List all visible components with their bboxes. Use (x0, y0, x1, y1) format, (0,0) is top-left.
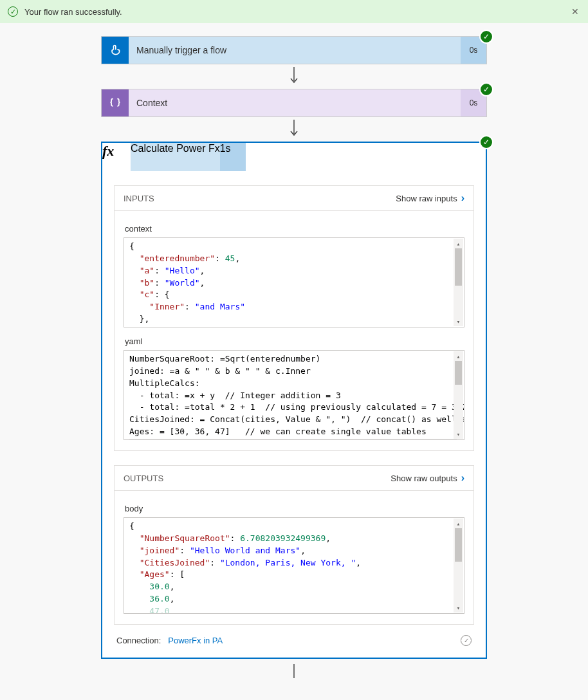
node-trigger[interactable]: Manually trigger a flow 0s (101, 36, 487, 64)
outputs-section: OUTPUTS Show raw outputs › body { "Numbe… (114, 465, 474, 625)
connection-link[interactable]: PowerFx in PA (168, 636, 223, 645)
body-label: body (125, 504, 463, 513)
success-badge-icon: ✓ (479, 82, 493, 97)
scroll-down-icon[interactable]: ▾ (454, 429, 463, 439)
inputs-heading: INPUTS (124, 194, 154, 203)
flow-canvas: Manually trigger a flow 0s ✓ Context 0s … (0, 23, 588, 696)
scroll-up-icon[interactable]: ▴ (454, 519, 463, 528)
body-code-box[interactable]: { "NumberSquareRoot": 6.708203932499369,… (124, 517, 464, 614)
connector-arrow (288, 117, 300, 142)
context-code-box[interactable]: { "enterednumber": 45, "a": "Hello", "b"… (124, 237, 464, 327)
success-badge-icon: ✓ (479, 30, 493, 44)
scroll-up-icon[interactable]: ▴ (454, 351, 463, 361)
node-context-title: Context (129, 89, 461, 116)
context-json: { "enterednumber": 45, "a": "Hello", "b"… (124, 238, 464, 327)
connector-arrow (288, 64, 300, 89)
show-raw-outputs-link[interactable]: Show raw outputs › (390, 472, 464, 484)
connection-row: Connection: PowerFx in PA ✓ (116, 635, 472, 646)
check-circle-icon: ✓ (461, 635, 472, 646)
success-badge-icon: ✓ (479, 135, 493, 149)
check-circle-icon: ✓ (8, 6, 18, 17)
node-calculate-powerfx[interactable]: fx Calculate Power Fx 1s INPUTS Show raw… (101, 142, 487, 659)
outputs-heading: OUTPUTS (124, 474, 163, 483)
scroll-down-icon[interactable]: ▾ (454, 317, 463, 326)
banner-text: Your flow ran successfully. (24, 7, 122, 17)
chevron-right-icon: › (461, 472, 464, 484)
node-trigger-title: Manually trigger a flow (129, 37, 461, 64)
scrollbar[interactable]: ▴ ▾ (454, 519, 463, 612)
scroll-down-icon[interactable]: ▾ (454, 603, 463, 612)
success-banner: ✓ Your flow ran successfully. ✕ (0, 0, 588, 23)
yaml-text: NumberSquareRoot: =Sqrt(enterednumber) j… (124, 351, 464, 440)
fx-icon: fx (102, 143, 131, 171)
close-icon[interactable]: ✕ (571, 6, 579, 17)
braces-icon (102, 89, 129, 116)
yaml-label: yaml (125, 336, 463, 346)
inputs-section: INPUTS Show raw inputs › context { "ente… (114, 185, 474, 451)
hand-tap-icon (102, 37, 129, 64)
yaml-code-box[interactable]: NumberSquareRoot: =Sqrt(enterednumber) j… (124, 350, 464, 440)
node-fx-duration: 1s (220, 143, 246, 171)
show-raw-inputs-link[interactable]: Show raw inputs › (396, 192, 464, 204)
node-fx-title: Calculate Power Fx (131, 143, 220, 171)
connection-label: Connection: (116, 636, 161, 645)
body-json: { "NumberSquareRoot": 6.708203932499369,… (124, 518, 464, 614)
scrollbar[interactable]: ▴ ▾ (454, 239, 463, 326)
scrollbar[interactable]: ▴ ▾ (454, 351, 463, 439)
connector-arrow (288, 659, 300, 683)
context-label: context (125, 224, 463, 234)
chevron-right-icon: › (461, 192, 464, 204)
scroll-up-icon[interactable]: ▴ (454, 239, 463, 248)
node-context[interactable]: Context 0s (101, 89, 487, 117)
